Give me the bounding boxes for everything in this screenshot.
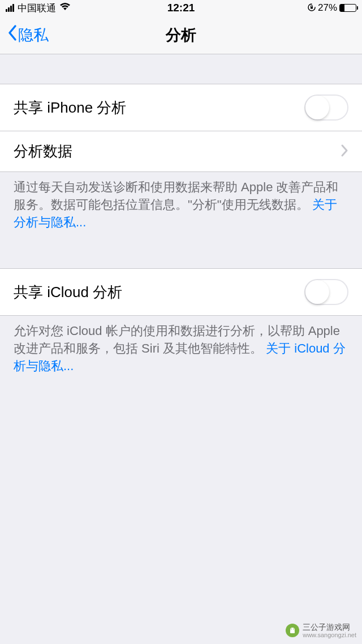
share-iphone-toggle[interactable] <box>304 95 348 121</box>
battery-icon <box>339 4 356 12</box>
svg-point-5 <box>293 629 294 630</box>
watermark: 三公子游戏网 www.sangongzi.net <box>286 623 356 638</box>
share-icloud-toggle[interactable] <box>304 279 348 305</box>
analytics-data-row[interactable]: 分析数据 <box>0 131 362 172</box>
share-iphone-analytics-row[interactable]: 共享 iPhone 分析 <box>0 84 362 131</box>
status-time: 12:21 <box>167 2 195 14</box>
navigation-bar: 隐私 分析 <box>0 16 362 54</box>
svg-point-4 <box>291 629 292 630</box>
share-icloud-label: 共享 iCloud 分析 <box>14 282 122 302</box>
back-button[interactable]: 隐私 <box>7 24 49 45</box>
section2-footer: 允许对您 iCloud 帐户的使用和数据进行分析，以帮助 Apple 改进产品和… <box>0 316 362 381</box>
orientation-lock-icon <box>308 2 316 14</box>
watermark-logo-icon <box>286 624 299 637</box>
page-title: 分析 <box>166 25 196 45</box>
back-label: 隐私 <box>18 25 49 45</box>
share-icloud-analytics-row[interactable]: 共享 iCloud 分析 <box>0 268 362 316</box>
watermark-url: www.sangongzi.net <box>303 632 356 638</box>
battery-percent: 27% <box>318 2 337 14</box>
share-iphone-label: 共享 iPhone 分析 <box>14 98 126 118</box>
svg-rect-1 <box>311 6 313 8</box>
analytics-data-label: 分析数据 <box>14 141 72 161</box>
status-right: 27% <box>308 2 356 14</box>
svg-rect-3 <box>290 630 295 633</box>
status-bar: 中国联通 12:21 27% <box>0 0 362 16</box>
signal-icon <box>6 4 14 12</box>
wifi-icon <box>59 2 71 14</box>
section-share-iphone: 共享 iPhone 分析 分析数据 通过每天自动发送诊断和使用数据来帮助 App… <box>0 84 362 238</box>
chevron-right-icon <box>341 144 348 160</box>
carrier-label: 中国联通 <box>18 2 56 15</box>
section1-footer-text: 通过每天自动发送诊断和使用数据来帮助 Apple 改善产品和服务。数据可能包括位… <box>14 180 339 212</box>
section1-footer: 通过每天自动发送诊断和使用数据来帮助 Apple 改善产品和服务。数据可能包括位… <box>0 172 362 238</box>
watermark-name: 三公子游戏网 <box>303 623 356 632</box>
status-left: 中国联通 <box>6 2 71 15</box>
section-share-icloud: 共享 iCloud 分析 允许对您 iCloud 帐户的使用和数据进行分析，以帮… <box>0 268 362 381</box>
chevron-left-icon <box>7 24 18 45</box>
